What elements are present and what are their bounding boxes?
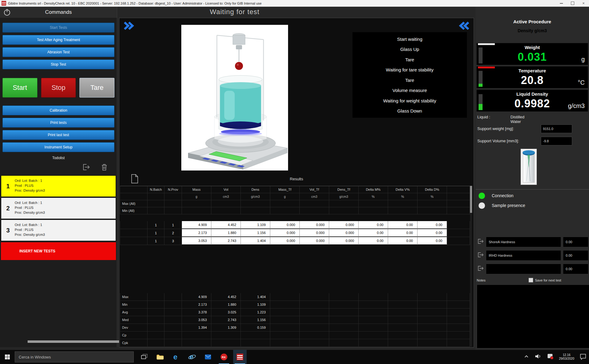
table-cell <box>148 316 164 324</box>
table-cell: 0.00 <box>388 229 418 237</box>
table-cell <box>388 207 418 214</box>
close-button[interactable]: × <box>578 0 589 6</box>
table-cell <box>300 324 329 331</box>
table-cell: 1.156 <box>241 229 270 237</box>
volume-icon[interactable] <box>534 353 542 361</box>
table-cell: N.Prov <box>164 186 182 193</box>
hardness-name-field[interactable]: ShoreA Hardness <box>486 237 561 247</box>
table-cell: 1.394 <box>182 324 211 331</box>
todo-item-line1: Ord: Lot: Batch : 1 <box>15 200 45 205</box>
fast-forward-icon[interactable] <box>123 21 135 32</box>
table-cell <box>359 339 388 347</box>
windows-start-icon[interactable] <box>0 350 15 364</box>
table-cell: 0.00 <box>359 237 388 245</box>
status-indicators: ConnectionSample presence <box>479 192 525 211</box>
table-cell: 2 <box>164 229 182 237</box>
table-cell: Delta D% <box>418 186 447 193</box>
hardness-value-field[interactable]: 0.00 <box>563 264 588 274</box>
command-button-2[interactable]: Abrasion Test <box>2 47 114 57</box>
table-cell <box>447 316 470 324</box>
support-weight-input[interactable] <box>541 125 572 133</box>
maximize-button[interactable] <box>567 0 578 6</box>
weight-label: Weight <box>477 45 588 50</box>
indicator-row-0: Connection <box>479 192 525 200</box>
table-cell <box>148 339 164 347</box>
trash-icon[interactable] <box>100 163 109 173</box>
command-button-1[interactable]: Test After Aging Treatment <box>2 35 114 45</box>
table-cell <box>388 200 418 207</box>
file-explorer-icon[interactable] <box>153 350 167 364</box>
todo-item-number: 1 <box>1 176 15 197</box>
table-cell: Mass_Tf <box>270 186 300 193</box>
taskbar-clock[interactable]: 12.16 29/03/2020 <box>559 353 574 361</box>
internet-explorer-icon[interactable]: e <box>185 350 199 364</box>
red-circle-app-icon[interactable]: RX <box>217 350 231 364</box>
notes-textarea[interactable] <box>477 285 589 348</box>
power-icon[interactable] <box>3 8 11 16</box>
table-cell: 3.025 <box>211 308 241 316</box>
stop-button[interactable]: Stop <box>41 78 76 98</box>
hardness-name-field[interactable] <box>486 264 561 274</box>
command-button-3[interactable]: Stop Test <box>2 59 114 69</box>
table-cell <box>359 301 388 308</box>
table-cell <box>418 331 447 339</box>
start-button[interactable]: Start <box>2 78 37 98</box>
action-center-icon[interactable] <box>579 353 587 361</box>
gibitre-app-icon[interactable] <box>233 350 247 364</box>
liquid-density-unit: g/cm3 <box>568 102 585 109</box>
table-cell <box>120 221 148 229</box>
rewind-icon[interactable] <box>458 21 470 32</box>
table-cell: 0.00 <box>418 229 447 237</box>
mail-app-icon[interactable] <box>201 350 215 364</box>
table-cell: Dens_Tf <box>329 186 359 193</box>
support-volume-input[interactable] <box>541 137 572 145</box>
table-cell <box>418 207 447 214</box>
table-cell: 0.000 <box>270 229 300 237</box>
results-scrollbar[interactable] <box>470 186 472 347</box>
table-cell <box>418 308 447 316</box>
utility-button-1[interactable]: Print tests <box>2 118 114 128</box>
table-cell: 0.00 <box>359 221 388 229</box>
table-cell <box>300 339 329 347</box>
status-step-4: Tare <box>352 78 467 83</box>
table-cell <box>418 324 447 331</box>
todolist: 1Ord: Lot: Batch : 1Prod : PLUSProc :Den… <box>0 175 117 241</box>
gibitre-logo-icon <box>2 1 6 6</box>
todo-item-2[interactable]: 2Ord: Lot: Batch : 1Prod : PLUSProc :Den… <box>1 197 116 219</box>
task-view-icon[interactable] <box>137 350 151 364</box>
command-button-0[interactable]: Start Tests <box>2 23 114 33</box>
tare-button[interactable]: Tare <box>79 78 114 98</box>
hardness-name-field[interactable]: IRHD Hardness <box>486 250 561 261</box>
indicator-dot <box>479 202 485 209</box>
clock-time: 12.16 <box>563 353 570 357</box>
insert-new-tests-button[interactable]: INSERT NEW TESTS <box>1 242 116 260</box>
table-cell <box>148 324 164 331</box>
export-test-icon[interactable] <box>477 251 486 260</box>
table-cell <box>164 193 182 200</box>
export-test-icon[interactable] <box>81 163 90 173</box>
search-input[interactable] <box>15 351 134 362</box>
export-test-icon[interactable] <box>477 238 486 246</box>
table-cell <box>164 207 182 214</box>
minimize-button[interactable] <box>556 0 567 6</box>
table-cell <box>300 308 329 316</box>
table-cell: Avg <box>120 308 148 316</box>
table-cell: % <box>359 193 388 200</box>
indicator-dot <box>479 193 485 199</box>
todo-item-3[interactable]: 3Ord: Lot: Batch : 1Prod : PLUSProc :Den… <box>1 220 116 241</box>
save-for-next-test-checkbox[interactable] <box>529 278 533 282</box>
table-cell <box>300 316 329 324</box>
utility-button-3[interactable]: Instrument Setup <box>2 142 114 152</box>
table-cell <box>300 293 329 301</box>
utility-button-2[interactable]: Print last test <box>2 130 114 140</box>
table-cell <box>388 308 418 316</box>
utility-button-0[interactable]: Calibration <box>2 105 114 115</box>
hardness-value-field[interactable]: 0.00 <box>563 250 588 261</box>
chevron-up-icon[interactable] <box>523 353 529 361</box>
edge-icon[interactable]: e <box>169 350 183 364</box>
tray-app-icon[interactable] <box>547 353 554 361</box>
todo-item-1[interactable]: 1Ord: Lot: Batch : 1Prod : PLUSProc :Den… <box>1 175 116 197</box>
table-cell <box>447 200 470 207</box>
hardness-value-field[interactable]: 0.00 <box>563 237 588 247</box>
export-test-icon[interactable] <box>477 265 486 273</box>
